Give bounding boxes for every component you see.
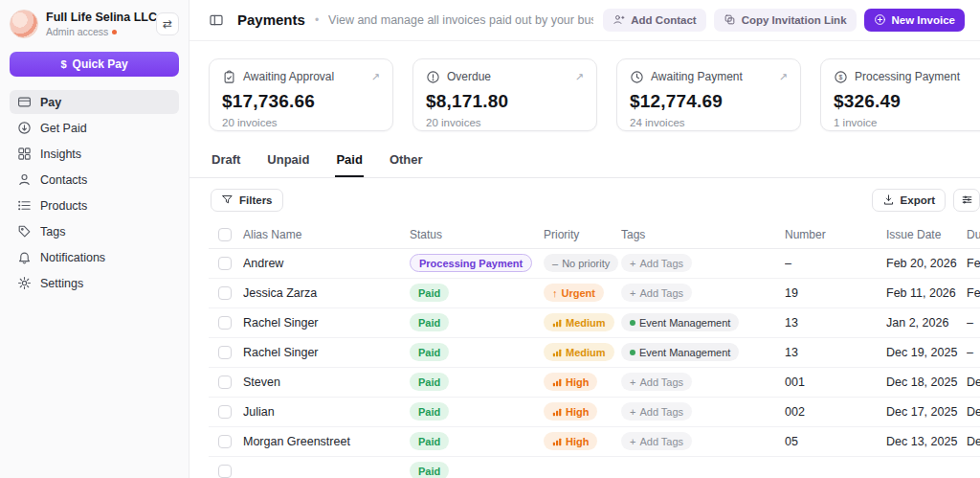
external-link-icon[interactable]: ↗	[779, 71, 788, 83]
card-processing-payment[interactable]: $ Processing Payment $326.49 1 invoice	[820, 58, 980, 131]
sidebar-item-label: Insights	[40, 148, 81, 161]
priority-badge[interactable]: ↑Urgent	[544, 284, 604, 302]
cell-issue-date: Dec 19, 2025	[886, 346, 967, 359]
table-row[interactable]: Julian Paid High +Add Tags 002 Dec 17, 2…	[209, 398, 980, 427]
add-tags-button[interactable]: +Add Tags	[621, 373, 692, 391]
card-label: Processing Payment	[855, 70, 980, 83]
add-tags-button[interactable]: +Add Tags	[621, 432, 692, 450]
cell-due-date: –	[967, 346, 980, 359]
org-text: Full Life Selina LLC Admin access	[46, 11, 148, 37]
bars-icon	[552, 348, 562, 357]
invoices-table: Alias Name Status Priority Tags Number I…	[209, 222, 980, 478]
row-checkbox[interactable]	[218, 405, 232, 419]
priority-badge[interactable]: High	[544, 432, 597, 450]
status-badge: Paid	[410, 313, 449, 331]
row-checkbox[interactable]	[218, 257, 232, 270]
table-row[interactable]: Jessica Zarza Paid ↑Urgent +Add Tags 19 …	[209, 279, 980, 308]
row-checkbox[interactable]	[218, 316, 232, 330]
status-badge: Paid	[410, 432, 449, 450]
select-all-checkbox[interactable]	[218, 228, 232, 241]
cell-issue-date: Feb 20, 2026	[886, 257, 967, 270]
sidebar-item-products[interactable]: Products	[10, 193, 179, 217]
add-tags-button[interactable]: +Add Tags	[621, 254, 692, 272]
row-checkbox[interactable]	[218, 346, 232, 359]
table-row[interactable]: Rachel Singer Paid Medium Event Manageme…	[209, 308, 980, 338]
tab-draft[interactable]: Draft	[211, 147, 241, 177]
card-count: 24 invoices	[630, 117, 788, 128]
cell-due-date: Feb	[967, 286, 980, 300]
add-tags-button[interactable]: +Add Tags	[621, 284, 692, 302]
separator-dot: •	[315, 13, 319, 27]
gear-icon	[17, 276, 32, 290]
sidebar-item-label: Contacts	[40, 173, 87, 187]
sidebar-item-contacts[interactable]: Contacts	[10, 168, 179, 192]
sidebar-menu: Pay Get Paid Insights Contacts Products …	[10, 90, 179, 295]
tag-icon	[17, 224, 32, 239]
card-overdue[interactable]: Overdue ↗ $8,171.80 20 invoices	[412, 58, 597, 131]
sidebar-item-label: Notifications	[40, 251, 105, 264]
add-contact-button[interactable]: Add Contact	[603, 9, 705, 32]
dollar-icon: $	[60, 58, 66, 70]
new-invoice-button[interactable]: New Invoice	[864, 9, 965, 32]
card-icon	[17, 95, 32, 109]
sidebar-item-tags[interactable]: Tags	[10, 219, 179, 243]
bell-icon	[17, 250, 32, 264]
card-awaiting-approval[interactable]: Awaiting Approval ↗ $17,736.66 20 invoic…	[209, 58, 393, 131]
cell-issue-date: Dec 18, 2025	[886, 376, 967, 389]
tab-other[interactable]: Other	[389, 147, 424, 177]
cell-due-date: Dec	[967, 435, 980, 448]
cell-alias-name: Jessica Zarza	[243, 286, 410, 300]
priority-badge[interactable]: High	[544, 402, 597, 421]
priority-badge[interactable]: Medium	[544, 343, 614, 361]
sidebar-item-settings[interactable]: Settings	[10, 271, 179, 295]
table-row[interactable]: Rachel Singer Paid Medium Event Manageme…	[209, 338, 980, 368]
row-checkbox[interactable]	[218, 435, 232, 448]
status-badge: Processing Payment	[410, 254, 532, 272]
card-label: Awaiting Payment	[651, 70, 772, 83]
sidebar-item-pay[interactable]: Pay	[10, 90, 179, 114]
priority-badge[interactable]: –No priority	[544, 254, 618, 272]
funnel-icon	[221, 193, 234, 206]
external-link-icon[interactable]: ↗	[575, 71, 584, 83]
filters-label: Filters	[239, 194, 273, 206]
columns-button[interactable]	[953, 189, 980, 212]
panel-icon	[209, 12, 224, 28]
priority-badge[interactable]: Medium	[544, 313, 614, 331]
receive-money-icon	[17, 121, 32, 135]
sidebar-item-get-paid[interactable]: Get Paid	[10, 116, 179, 140]
copy-invitation-link-button[interactable]: Copy Invitation Link	[714, 9, 857, 32]
tag-badge[interactable]: Event Management	[621, 343, 739, 361]
tab-paid[interactable]: Paid	[335, 147, 363, 177]
external-link-icon[interactable]: ↗	[371, 71, 380, 83]
row-checkbox[interactable]	[218, 286, 232, 300]
plus-icon: +	[630, 287, 635, 299]
table-row[interactable]: Paid	[209, 457, 980, 478]
invoice-tabs: Draft Unpaid Paid Other	[189, 147, 980, 178]
row-checkbox[interactable]	[218, 376, 232, 389]
export-button[interactable]: Export	[872, 189, 946, 212]
page-title: Payments	[237, 11, 305, 28]
row-checkbox[interactable]	[218, 465, 232, 478]
sidebar-item-notifications[interactable]: Notifications	[10, 245, 179, 269]
copy-invitation-link-label: Copy Invitation Link	[742, 14, 847, 26]
bars-icon	[552, 318, 562, 328]
org-switch-button[interactable]: ⇄	[156, 12, 179, 35]
filters-button[interactable]: Filters	[211, 189, 283, 212]
page-subtitle: View and manage all invoices paid out by…	[328, 13, 593, 27]
quick-pay-button[interactable]: $ Quick Pay	[10, 52, 179, 77]
sidebar-item-insights[interactable]: Insights	[10, 142, 179, 166]
page-header: Payments • View and manage all invoices …	[189, 0, 980, 41]
table-row[interactable]: Steven Paid High +Add Tags 001 Dec 18, 2…	[209, 368, 980, 398]
cell-issue-date: Jan 2, 2026	[886, 316, 967, 330]
plus-icon: +	[630, 258, 635, 269]
table-row[interactable]: Andrew Processing Payment –No priority +…	[209, 249, 980, 279]
tag-badge[interactable]: Event Management	[621, 313, 739, 331]
table-row[interactable]: Morgan Greenstreet Paid High +Add Tags 0…	[209, 427, 980, 457]
col-due-date: Due Date	[967, 228, 980, 241]
add-tags-button[interactable]: +Add Tags	[621, 402, 692, 421]
tab-unpaid[interactable]: Unpaid	[266, 147, 310, 177]
sidebar-toggle-button[interactable]	[205, 9, 228, 32]
priority-badge[interactable]: High	[544, 373, 597, 391]
org-header: Full Life Selina LLC Admin access ⇄	[10, 10, 179, 38]
card-awaiting-payment[interactable]: Awaiting Payment ↗ $12,774.69 24 invoice…	[616, 58, 801, 131]
